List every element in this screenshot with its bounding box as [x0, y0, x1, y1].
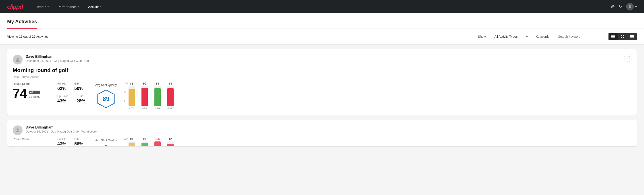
- hexagon-container-2: [95, 144, 117, 147]
- activity-card: Dave Billingham December 05, 2021 - Gog …: [7, 49, 637, 115]
- bar2-putt-value: 87: [169, 138, 172, 140]
- search-input[interactable]: [555, 33, 604, 40]
- nav-items: Teams ▾ Performance ▾ Activities: [32, 0, 611, 14]
- activity-title: Morning round of golf: [13, 67, 631, 74]
- score-badge: +4: [29, 90, 40, 94]
- bar-putt: 89 PUTT: [167, 82, 174, 110]
- avg-shot-label-2: Avg Shot Quality: [95, 138, 117, 142]
- bar2-arg: 106 ARG: [154, 138, 161, 146]
- filter-bar: Viewing 12 out of 29 Activities Show: Al…: [0, 29, 644, 44]
- user-name: Dave Billingham: [26, 55, 89, 59]
- round-score-section-2: Round Score —: [13, 138, 48, 146]
- score-holes: 18 Holes: [29, 95, 40, 98]
- card-body-2: Round Score — FW Hit 43% GIR 56%: [13, 138, 631, 146]
- bar-chart-container: 100 50 0 85 OTT: [124, 82, 174, 110]
- bar-chart-container-2: 100 50 0 94 OTT: [124, 138, 174, 146]
- svg-rect-13: [631, 38, 634, 38]
- shot-stat-row-1: FW Hit 62% GIR 50%: [57, 82, 86, 91]
- bar2-app-value: 93: [143, 138, 146, 140]
- bar-ott-label: OTT: [129, 107, 134, 110]
- bar-app-value: 90: [143, 82, 146, 85]
- nav-performance[interactable]: Performance ▾: [53, 0, 84, 14]
- updown-stat: Up/Down 43%: [57, 94, 68, 104]
- oneputt-value: 28%: [76, 98, 85, 104]
- svg-point-14: [17, 58, 19, 60]
- user-date-2: October 16, 2021 - Gog Magog Golf Club -…: [26, 130, 96, 133]
- svg-rect-8: [630, 35, 631, 36]
- teams-chevron-icon: ▾: [48, 6, 49, 8]
- nav-right: ⊕ ↻ ▾: [611, 3, 637, 10]
- bar-putt-fill: [167, 88, 174, 106]
- shot-stat-row-2a: FW Hit 43% GIR 56%: [57, 138, 86, 146]
- bar2-putt: 87 PUTT: [167, 138, 174, 146]
- fw-hit-label: FW Hit: [57, 82, 66, 85]
- bar-ott-wrapper: [128, 86, 135, 106]
- bar-putt-value: 89: [169, 82, 172, 85]
- round-score-label: Round Score: [13, 82, 48, 86]
- svg-rect-4: [621, 35, 622, 36]
- avatar: [626, 3, 634, 10]
- edit-button[interactable]: [624, 54, 632, 62]
- bar2-app: 93 APP: [142, 138, 148, 146]
- page-title: My Activities: [7, 14, 37, 29]
- nav-teams[interactable]: Teams ▾: [32, 0, 53, 14]
- card-header: Dave Billingham December 05, 2021 - Gog …: [13, 55, 631, 64]
- bar2-arg-value: 106: [155, 138, 160, 140]
- svg-rect-5: [623, 35, 624, 36]
- svg-rect-12: [630, 38, 631, 38]
- svg-rect-7: [623, 37, 624, 38]
- hexagon-2: [96, 144, 116, 147]
- performance-chevron-icon: ▾: [78, 6, 79, 8]
- gir-stat: GIR 50%: [74, 82, 83, 91]
- add-icon[interactable]: ⊕: [611, 4, 615, 10]
- viewing-count: 12: [19, 35, 22, 38]
- refresh-icon[interactable]: ↻: [619, 4, 622, 9]
- updown-value: 43%: [57, 98, 68, 104]
- fw-hit-value-2: 43%: [57, 141, 66, 146]
- shot-stats: FW Hit 62% GIR 50% Up/Down 43% 1 Putt: [57, 82, 86, 104]
- bar-ott-fill: [128, 89, 135, 106]
- svg-point-16: [17, 128, 19, 130]
- fw-hit-stat: FW Hit 62%: [57, 82, 66, 91]
- navbar: clippd Teams ▾ Performance ▾ Activities …: [0, 0, 644, 14]
- card-header-2: Dave Billingham October 16, 2021 - Gog M…: [13, 126, 631, 135]
- user-name-2: Dave Billingham: [26, 126, 96, 130]
- user-avatar-btn[interactable]: ▾: [626, 3, 637, 10]
- nav-activities[interactable]: Activities: [84, 0, 106, 14]
- list-compact-view-button[interactable]: [608, 33, 618, 40]
- chart-y-axis-2: 100 50 0: [124, 138, 128, 146]
- svg-rect-6: [621, 37, 622, 38]
- shot-stat-row-2: Up/Down 43% 1 Putt 28%: [57, 94, 86, 104]
- user-chevron-icon: ▾: [635, 5, 637, 9]
- hexagon: 89: [96, 89, 116, 109]
- chart-area-2: 100 50 0 94 OTT: [124, 138, 174, 146]
- list-detail-view-button[interactable]: [627, 33, 637, 40]
- avg-shot-container-2: Avg Shot Quality: [95, 138, 117, 147]
- card-body: Round Score 74 +4 18 Holes FW Hit 62%: [13, 82, 631, 110]
- oneputt-stat: 1 Putt 28%: [76, 94, 85, 104]
- bar-app-label: APP: [142, 107, 147, 110]
- page-header: My Activities: [0, 14, 644, 29]
- viewing-text: Viewing 12 out of 29 Activities: [7, 35, 48, 38]
- gir-value-2: 56%: [74, 141, 83, 146]
- avg-shot-container: Avg Shot Quality 89: [95, 83, 117, 109]
- activity-type-select[interactable]: All Activity Types: [491, 33, 531, 40]
- fw-hit-value: 62%: [57, 86, 66, 91]
- score-detail: +4 18 Holes: [29, 90, 40, 100]
- logo[interactable]: clippd: [7, 3, 23, 10]
- grid-view-button[interactable]: [618, 33, 627, 40]
- oneputt-label: 1 Putt: [76, 94, 85, 98]
- avg-shot-section: Avg Shot Quality 89 100: [95, 82, 631, 110]
- gir-stat-2: GIR 56%: [74, 138, 83, 146]
- svg-rect-2: [611, 36, 615, 37]
- score-value: 74: [13, 87, 27, 100]
- svg-marker-17: [98, 145, 114, 147]
- y2-label-50: 50: [124, 146, 128, 146]
- svg-rect-1: [611, 35, 615, 36]
- user-info-2: Dave Billingham October 16, 2021 - Gog M…: [26, 126, 96, 133]
- activity-card-2: Dave Billingham October 16, 2021 - Gog M…: [7, 120, 637, 146]
- activities-label: Activities: [36, 35, 48, 38]
- updown-label: Up/Down: [57, 94, 68, 98]
- avg-shot-section-2: Avg Shot Quality 100 50: [95, 138, 631, 146]
- user-avatar: [13, 55, 22, 64]
